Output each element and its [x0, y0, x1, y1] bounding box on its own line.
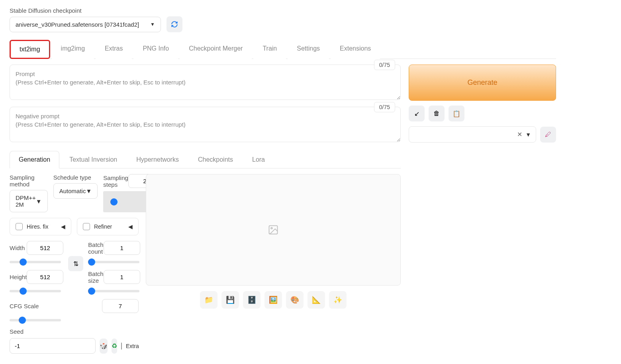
neg-prompt-token-count: 0/75: [374, 102, 395, 112]
refresh-checkpoint-button[interactable]: [167, 16, 182, 32]
hires-fix-label: Hires. fix: [27, 223, 48, 230]
svg-point-1: [271, 227, 272, 229]
tab-txt2img[interactable]: txt2img: [10, 40, 50, 59]
random-seed-button[interactable]: 🎲: [100, 339, 108, 354]
refiner-label: Refiner: [94, 223, 112, 230]
upscale-button[interactable]: ✨: [329, 291, 347, 309]
batch-count-label: Batch count: [88, 241, 103, 255]
subtab-generation[interactable]: Generation: [10, 151, 59, 168]
send-to-inpaint-button[interactable]: 🎨: [286, 291, 304, 309]
schedule-type-label: Schedule type: [53, 174, 98, 181]
batch-size-input[interactable]: [104, 270, 140, 284]
edit-styles-button[interactable]: 🖊: [540, 127, 556, 143]
reuse-seed-button[interactable]: ♻: [112, 339, 117, 354]
send-to-img2img-button[interactable]: 🖼️: [264, 291, 282, 309]
batch-count-input[interactable]: [104, 241, 140, 255]
height-label: Height: [10, 274, 27, 280]
extra-seed-checkbox[interactable]: [121, 342, 122, 350]
caret-down-icon: ▼: [150, 22, 155, 27]
schedule-type-select[interactable]: Automatic ▼: [53, 183, 98, 199]
tab-png-info[interactable]: PNG Info: [133, 40, 178, 59]
batch-count-slider[interactable]: [88, 261, 139, 263]
width-input[interactable]: [27, 241, 63, 255]
tab-checkpoint-merger[interactable]: Checkpoint Merger: [180, 40, 252, 59]
subtab-textual-inversion[interactable]: Textual Inversion: [60, 151, 126, 168]
schedule-type-value: Automatic: [59, 188, 86, 194]
paste-button[interactable]: 📋: [449, 106, 464, 121]
output-preview: [146, 174, 401, 286]
refiner-toggle[interactable]: Refiner ◀: [77, 218, 139, 235]
tab-train[interactable]: Train: [253, 40, 286, 59]
height-slider[interactable]: [10, 290, 61, 292]
tab-extras[interactable]: Extras: [96, 40, 132, 59]
generate-button[interactable]: Generate: [409, 65, 556, 101]
cfg-scale-input[interactable]: [102, 299, 139, 313]
sub-tabs: Generation Textual Inversion Hypernetwor…: [10, 151, 401, 168]
open-folder-button[interactable]: 📁: [200, 291, 217, 309]
cfg-scale-label: CFG Scale: [10, 303, 39, 309]
swap-dimensions-button[interactable]: ⇅: [68, 256, 83, 271]
refresh-icon: [171, 21, 178, 28]
subtab-checkpoints[interactable]: Checkpoints: [189, 151, 242, 168]
sampling-method-select[interactable]: DPM++ 2M ▼: [10, 190, 48, 212]
extra-seed-label: Extra: [126, 343, 139, 349]
clear-icon[interactable]: ✕: [517, 131, 522, 138]
image-placeholder-icon: [268, 224, 279, 235]
checkbox-icon: [16, 223, 23, 230]
batch-size-slider[interactable]: [88, 290, 139, 292]
clear-prompt-button[interactable]: 🗑: [429, 106, 445, 121]
expand-left-icon[interactable]: ◀: [128, 223, 133, 230]
save-button[interactable]: 💾: [221, 291, 239, 309]
seed-input[interactable]: [10, 338, 96, 354]
prompt-input[interactable]: [10, 65, 401, 100]
subtab-lora[interactable]: Lora: [243, 151, 274, 168]
expand-left-icon[interactable]: ◀: [61, 223, 65, 230]
neg-prompt-input[interactable]: [10, 107, 401, 142]
width-label: Width: [10, 245, 25, 251]
cfg-scale-slider[interactable]: [10, 319, 61, 321]
checkbox-icon: [83, 223, 90, 230]
hires-fix-toggle[interactable]: Hires. fix ◀: [10, 218, 71, 235]
tab-settings[interactable]: Settings: [288, 40, 329, 59]
height-input[interactable]: [27, 270, 63, 284]
save-zip-button[interactable]: 🗄️: [243, 291, 261, 309]
caret-down-icon: ▼: [86, 188, 92, 194]
tab-img2img[interactable]: img2img: [52, 40, 94, 59]
caret-down-icon: ▼: [36, 198, 42, 205]
read-params-button[interactable]: ↙: [409, 106, 425, 121]
send-to-extras-button[interactable]: 📐: [308, 291, 325, 309]
subtab-hypernetworks[interactable]: Hypernetworks: [127, 151, 188, 168]
prompt-token-count: 0/75: [374, 60, 395, 70]
tab-extensions[interactable]: Extensions: [331, 40, 380, 59]
sampling-method-label: Sampling method: [10, 174, 48, 188]
seed-label: Seed: [10, 328, 139, 335]
caret-down-icon: ▼: [525, 131, 531, 138]
sampling-method-value: DPM++ 2M: [16, 194, 36, 208]
checkpoint-label: Stable Diffusion checkpoint: [10, 7, 556, 14]
batch-size-label: Batch size: [88, 270, 103, 284]
width-slider[interactable]: [10, 261, 61, 263]
checkpoint-select[interactable]: aniverse_v30Pruned.safetensors [07341fca…: [10, 17, 161, 32]
sampling-steps-label: Sampling steps: [103, 174, 128, 188]
main-tabs: txt2img img2img Extras PNG Info Checkpoi…: [10, 39, 556, 59]
styles-select[interactable]: ✕ ▼: [409, 126, 536, 143]
checkpoint-value: aniverse_v30Pruned.safetensors [07341fca…: [16, 21, 139, 28]
